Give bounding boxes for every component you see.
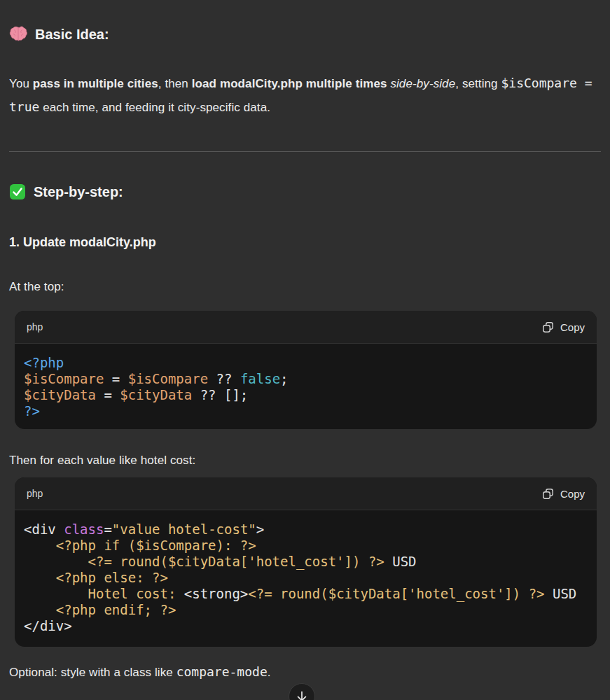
intro-paragraph: You pass in multiple cities, then load m…	[9, 71, 601, 119]
copy-icon	[541, 321, 555, 334]
optional-note: Optional: style with a class like compar…	[9, 660, 601, 684]
basic-idea-heading: Basic Idea:	[9, 25, 601, 43]
code-block-php-hotel-cost: php Copy <div class="value hotel-cost"> …	[15, 477, 597, 647]
code-language-label: php	[27, 321, 43, 332]
copy-icon	[541, 487, 555, 500]
code-content: <div class="value hotel-cost"> <?php if …	[15, 510, 597, 647]
then-for-each-label: Then for each value like hotel cost:	[9, 449, 601, 472]
arrow-down-icon	[295, 690, 309, 700]
scroll-to-bottom-button[interactable]	[289, 683, 315, 700]
copy-code-button[interactable]: Copy	[541, 487, 585, 500]
brain-emoji-icon	[9, 25, 27, 43]
chat-message-content: Basic Idea: You pass in multiple cities,…	[0, 25, 610, 684]
section-divider	[9, 151, 601, 152]
copy-button-label: Copy	[560, 488, 585, 500]
step-by-step-heading-label: Step-by-step:	[34, 183, 123, 201]
code-language-label: php	[27, 488, 43, 499]
step1-title: 1. Update modalCity.php	[9, 234, 601, 251]
code-content: <?php$isCompare = $isCompare ?? false;$c…	[15, 344, 597, 429]
code-block-header: php Copy	[15, 311, 597, 344]
code-block-header: php Copy	[15, 477, 597, 510]
at-the-top-label: At the top:	[9, 275, 601, 298]
check-mark-emoji-icon	[9, 183, 26, 200]
step-by-step-heading: Step-by-step:	[9, 183, 601, 201]
copy-button-label: Copy	[560, 321, 585, 333]
code-block-php-top: php Copy <?php$isCompare = $isCompare ??…	[15, 311, 597, 429]
basic-idea-heading-label: Basic Idea:	[35, 25, 109, 43]
copy-code-button[interactable]: Copy	[541, 321, 585, 334]
